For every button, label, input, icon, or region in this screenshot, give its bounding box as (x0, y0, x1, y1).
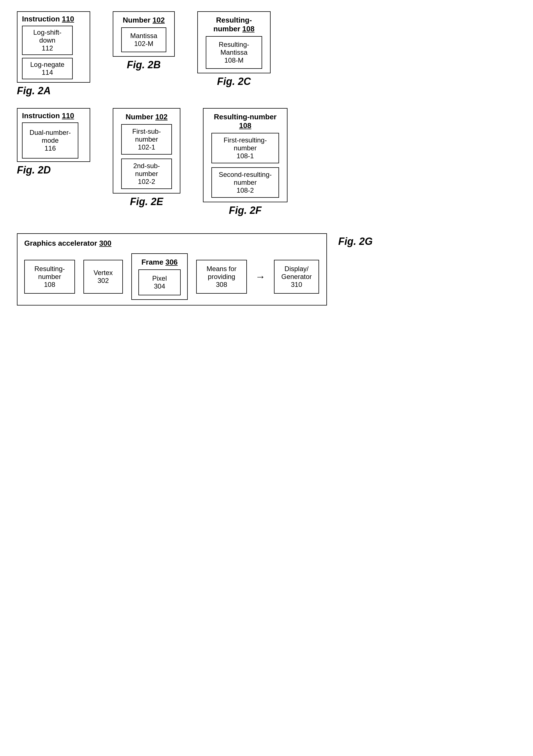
fig2g-pixel-label: Pixel (144, 275, 174, 283)
fig2f-outer-box: Resulting-number 108 First-resulting-num… (203, 108, 288, 202)
fig2b-inner-number: 102-M (127, 40, 160, 48)
fig2b-outer-box: Number 102 Mantissa 102-M (113, 11, 175, 57)
fig2c-outer-title: Resulting-number 108 (204, 16, 265, 33)
fig2e-inner1-number: 102-1 (126, 143, 167, 151)
fig2a-inner2-number: 114 (26, 68, 69, 76)
fig2a-inner-stack: Log-shift-down 112 Log-negate 114 (22, 26, 85, 79)
fig2g-means-label: Means for providing (202, 265, 241, 281)
fig2c-container: Resulting-number 108 Resulting-Mantissa … (197, 11, 270, 88)
fig2b-inner-label: Mantissa (127, 32, 160, 40)
fig2a-inner1-label: Log-shift-down (26, 29, 69, 44)
fig2g-display-number: 310 (291, 281, 302, 288)
fig2g-box2-number: 302 (97, 277, 109, 284)
fig2e-inner1-label: First-sub-number (126, 127, 167, 143)
fig2g-frame-title: Frame 306 (141, 258, 178, 267)
fig2g-arrow: → (255, 271, 266, 283)
fig2g-pixel-box: Pixel 304 (139, 269, 181, 295)
fig2c-label: Fig. 2C (217, 76, 251, 88)
fig2g-pixel-number: 304 (144, 283, 174, 290)
fig2e-inner-box1: First-sub-number 102-1 (121, 124, 172, 154)
fig2a-inner2-label: Log-negate (26, 61, 69, 68)
fig2g-display-label: Display/ Generator (280, 265, 314, 281)
fig2b-outer-number: 102 (152, 16, 165, 24)
fig2f-inner-stack: First-resulting-number 108-1 Second-resu… (212, 133, 279, 198)
fig2d-outer-title: Instruction 110 (22, 111, 85, 120)
top-row: Instruction 110 Log-shift-down 112 Log-n… (17, 11, 516, 97)
fig2d-label: Fig. 2D (17, 164, 51, 176)
fig2c-inner-number: 108-M (212, 56, 256, 64)
fig2a-inner-box2: Log-negate 114 (22, 58, 73, 79)
fig2g-box1: Resulting-number 108 (24, 260, 75, 294)
fig2c-inner-label: Resulting-Mantissa (212, 40, 256, 56)
fig2d-title-text: Instruction (22, 111, 60, 120)
fig2f-inner1-label: First-resulting-number (216, 136, 274, 152)
fig2g-outer-box: Graphics accelerator 300 Resulting-numbe… (17, 233, 327, 306)
fig2d-container: Instruction 110 Dual-number-mode 116 Fig… (17, 108, 90, 176)
fig2g-means-box: Means for providing 308 (196, 260, 247, 294)
fig2g-frame-number: 306 (165, 258, 178, 266)
fig2d-inner-box: Dual-number-mode 116 (22, 122, 78, 158)
fig2g-means-number: 308 (216, 281, 227, 288)
fig2e-title-text: Number (126, 113, 153, 121)
fig2g-box2-label: Vertex (93, 269, 113, 277)
fig2g-display-box: Display/ Generator 310 (274, 260, 319, 294)
fig2e-inner-box2: 2nd-sub-number 102-2 (121, 158, 172, 189)
fig2c-outer-number: 108 (242, 25, 255, 33)
fig2g-box1-number: 108 (44, 281, 55, 288)
fig2g-box2: Vertex 302 (84, 260, 123, 294)
fig2g-box1-label: Resulting-number (30, 265, 69, 281)
fig2a-outer-box: Instruction 110 Log-shift-down 112 Log-n… (17, 11, 90, 83)
fig2a-outer-number: 110 (62, 15, 74, 23)
fig2g-frame: Frame 306 Pixel 304 (131, 253, 188, 300)
fig2e-inner2-number: 102-2 (126, 178, 167, 186)
fig2f-inner-box2: Second-resulting-number 108-2 (212, 167, 279, 198)
fig2f-outer-number: 108 (239, 121, 251, 130)
fig2g-label: Fig. 2G (338, 235, 373, 247)
fig2f-container: Resulting-number 108 First-resulting-num… (203, 108, 288, 216)
fig2a-inner1-number: 112 (26, 44, 69, 52)
fig2a-inner-box1: Log-shift-down 112 (22, 26, 73, 55)
fig2e-outer-title: Number 102 (119, 113, 174, 121)
fig2b-container: Number 102 Mantissa 102-M Fig. 2B (113, 11, 175, 71)
fig2b-outer-title: Number 102 (119, 16, 168, 25)
fig2g-frame-title-text: Frame (141, 258, 164, 266)
fig2g-label-area: Fig. 2G (338, 233, 373, 247)
fig2d-outer-number: 110 (62, 111, 74, 120)
fig2f-inner2-label: Second-resulting-number (216, 171, 274, 186)
fig2e-container: Number 102 First-sub-number 102-1 2nd-su… (113, 108, 180, 208)
fig2b-inner-box: Mantissa 102-M (121, 27, 166, 52)
fig2c-outer-box: Resulting-number 108 Resulting-Mantissa … (197, 11, 270, 73)
fig2e-inner2-label: 2nd-sub-number (126, 162, 167, 178)
fig2g-section: Graphics accelerator 300 Resulting-numbe… (17, 233, 516, 306)
fig2a-outer-title: Instruction 110 (22, 15, 85, 23)
fig2d-outer-box: Instruction 110 Dual-number-mode 116 (17, 108, 90, 162)
fig2f-title-text: Resulting-number (214, 113, 276, 121)
fig2e-label: Fig. 2E (130, 196, 163, 208)
fig2e-outer-box: Number 102 First-sub-number 102-1 2nd-su… (113, 108, 180, 194)
fig2b-label: Fig. 2B (127, 59, 161, 71)
fig2f-inner1-number: 108-1 (216, 152, 274, 160)
fig2g-inner-row: Resulting-number 108 Vertex 302 Frame 30… (24, 253, 319, 300)
fig2e-outer-number: 102 (155, 113, 167, 121)
fig2c-inner-box: Resulting-Mantissa 108-M (206, 36, 262, 69)
fig2f-inner2-number: 108-2 (216, 186, 274, 194)
fig2a-label: Fig. 2A (17, 85, 51, 97)
fig2d-inner-number: 116 (27, 145, 73, 152)
fig2a-container: Instruction 110 Log-shift-down 112 Log-n… (17, 11, 90, 97)
fig2a-title-text: Instruction (22, 15, 60, 23)
fig2e-inner-stack: First-sub-number 102-1 2nd-sub-number 10… (121, 124, 172, 189)
fig2g-title-text: Graphics accelerator (24, 239, 97, 247)
fig2f-outer-title: Resulting-number 108 (209, 113, 281, 130)
fig2g-outer-title: Graphics accelerator 300 (24, 239, 319, 248)
fig2d-inner-label: Dual-number-mode (27, 129, 73, 145)
mid-row: Instruction 110 Dual-number-mode 116 Fig… (17, 108, 516, 216)
fig2g-outer-number: 300 (99, 239, 111, 247)
fig2f-label: Fig. 2F (229, 204, 262, 216)
fig2b-title-text: Number (123, 16, 150, 24)
fig2f-inner-box1: First-resulting-number 108-1 (212, 133, 279, 163)
